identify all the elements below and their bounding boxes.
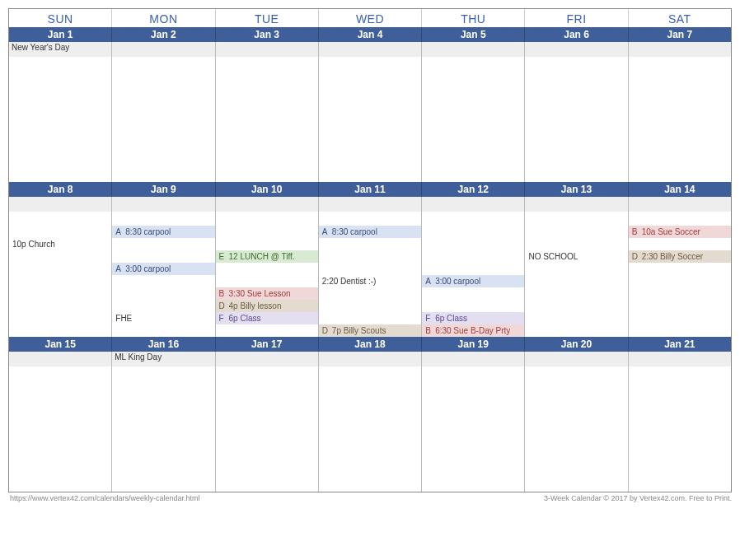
event-empty (629, 442, 731, 455)
holiday-slot (629, 352, 731, 366)
event-F: F6p Class (422, 312, 524, 324)
event-empty (422, 263, 524, 275)
event-area: B10a Sue SoccerD2:30 Billy Soccer (629, 212, 731, 337)
event-empty (112, 467, 214, 479)
day-cell[interactable]: NO SCHOOL (525, 197, 628, 337)
event-tag: D (322, 326, 332, 335)
day-cell[interactable]: A3:00 carpoolF6p ClassB6:30 Sue B-Day Pr… (422, 197, 525, 337)
event-text: 3:00 carpool (435, 277, 522, 286)
event-empty (525, 213, 627, 226)
event-empty (629, 368, 731, 380)
day-cell[interactable] (9, 352, 112, 492)
event-empty (525, 83, 627, 96)
day-cell[interactable] (112, 42, 215, 182)
day-cell[interactable]: ML King Day (112, 352, 215, 492)
event-empty (112, 213, 214, 226)
event-empty (525, 275, 627, 287)
holiday-slot (112, 197, 214, 212)
date-cell: Jan 11 (319, 182, 422, 197)
event-empty (629, 213, 731, 226)
footer-right: 3-Week Calendar © 2017 by Vertex42.com. … (544, 494, 732, 502)
event-empty (525, 312, 627, 324)
event-text: 8:30 carpool (125, 227, 213, 236)
event-empty (112, 380, 214, 393)
event-empty (525, 133, 627, 145)
event-empty (216, 324, 318, 337)
event-text: 8:30 carpool (332, 227, 419, 236)
event-empty (216, 238, 318, 250)
date-header: Jan 1Jan 2Jan 3Jan 4Jan 5Jan 6Jan 7 (9, 27, 731, 42)
event-empty (9, 418, 111, 430)
holiday-slot (112, 42, 214, 57)
event-tag: A (115, 264, 125, 273)
day-cell[interactable]: 10p Church (9, 197, 112, 337)
event-area (525, 57, 627, 182)
event-empty (525, 405, 627, 418)
event-area (629, 366, 731, 492)
event-empty (629, 467, 731, 479)
event-text: 6p Class (229, 314, 316, 323)
date-cell: Jan 19 (422, 337, 525, 352)
event-empty (319, 263, 421, 275)
day-cell[interactable] (422, 352, 525, 492)
day-cell[interactable]: A8:30 carpoolA3:00 carpoolFHE (112, 197, 215, 337)
event-text: 3:30 Sue Lesson (229, 289, 316, 298)
event-empty (216, 145, 318, 157)
day-cell[interactable] (629, 42, 731, 182)
event-text: 2:30 Billy Soccer (642, 252, 729, 261)
event-empty (319, 405, 421, 418)
day-cell[interactable] (319, 42, 422, 182)
day-cell[interactable] (525, 42, 628, 182)
event-empty (629, 58, 731, 71)
day-cell[interactable] (629, 352, 731, 492)
holiday-slot (422, 197, 524, 212)
dow-sun: SUN (9, 9, 112, 27)
event-empty (9, 263, 111, 275)
event-empty (216, 58, 318, 71)
event-empty (112, 108, 214, 120)
day-cell[interactable] (216, 352, 319, 492)
event-empty (525, 300, 627, 312)
event-empty (525, 455, 627, 467)
holiday-slot (319, 197, 421, 212)
event-empty (112, 275, 214, 287)
event-empty (9, 324, 111, 337)
date-cell: Jan 6 (525, 27, 628, 42)
event-empty (629, 96, 731, 108)
date-cell: Jan 7 (629, 27, 731, 42)
event-empty (216, 170, 318, 182)
day-cell[interactable]: E12 LUNCH @ Tiff.B3:30 Sue LessonD4p Bil… (216, 197, 319, 337)
day-cell[interactable]: B10a Sue SoccerD2:30 Billy Soccer (629, 197, 731, 337)
event-empty (422, 455, 524, 467)
event-empty (216, 120, 318, 133)
holiday-slot (525, 197, 627, 212)
event-empty (319, 145, 421, 157)
event-area (319, 57, 421, 182)
day-cell[interactable] (525, 352, 628, 492)
event-empty (9, 368, 111, 380)
holiday-slot: ML King Day (112, 352, 214, 366)
event-empty (422, 120, 524, 133)
day-cell[interactable] (319, 352, 422, 492)
event-text: 12 LUNCH @ Tiff. (229, 252, 316, 261)
event-empty (216, 442, 318, 455)
event-area: A8:30 carpool2:20 Dentist :-)D7p Billy S… (319, 212, 421, 337)
event-area: A3:00 carpoolF6p ClassB6:30 Sue B-Day Pr… (422, 212, 524, 337)
day-cell[interactable] (216, 42, 319, 182)
event-area (319, 366, 421, 492)
event-area (422, 366, 524, 492)
event-empty (319, 312, 421, 324)
holiday-slot: New Year's Day (9, 42, 111, 57)
event-plain: 10p Church (9, 238, 111, 250)
dow-thu: THU (422, 9, 525, 27)
event-text: 10a Sue Soccer (642, 227, 729, 236)
day-cell[interactable]: A8:30 carpool2:20 Dentist :-)D7p Billy S… (319, 197, 422, 337)
holiday-slot (525, 352, 627, 366)
event-empty (525, 170, 627, 182)
day-cell[interactable] (422, 42, 525, 182)
event-empty (9, 455, 111, 467)
event-empty (9, 213, 111, 226)
event-empty (422, 58, 524, 71)
event-empty (319, 442, 421, 455)
day-cell[interactable]: New Year's Day (9, 42, 112, 182)
